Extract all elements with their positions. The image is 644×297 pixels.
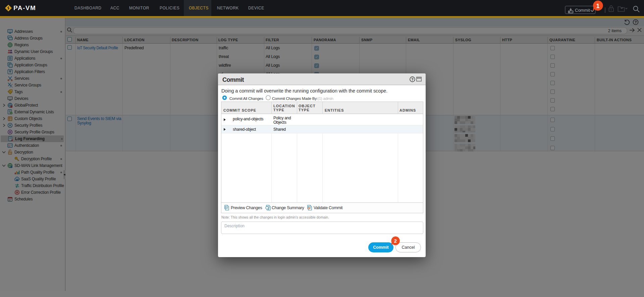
svg-text:?: ? (411, 77, 414, 81)
svg-text:2: 2 (394, 238, 397, 244)
svg-text:1: 1 (596, 3, 599, 9)
